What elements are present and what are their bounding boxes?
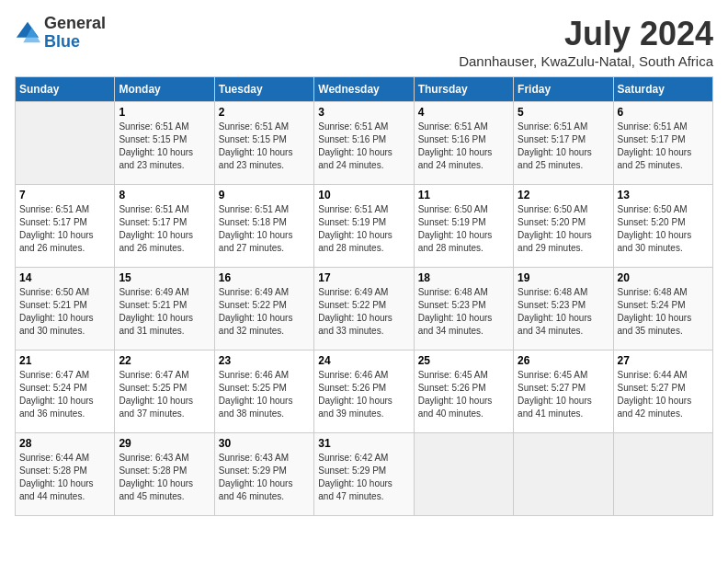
week-row-1: 1Sunrise: 6:51 AM Sunset: 5:15 PM Daylig… bbox=[16, 102, 713, 185]
day-info: Sunrise: 6:51 AM Sunset: 5:16 PM Dayligh… bbox=[318, 121, 409, 172]
page-header: General Blue July 2024 Dannhauser, KwaZu… bbox=[15, 15, 713, 69]
day-number: 7 bbox=[19, 189, 110, 201]
title-block: July 2024 Dannhauser, KwaZulu-Natal, Sou… bbox=[459, 15, 713, 69]
day-number: 30 bbox=[219, 437, 310, 450]
day-info: Sunrise: 6:42 AM Sunset: 5:29 PM Dayligh… bbox=[318, 452, 409, 503]
day-info: Sunrise: 6:51 AM Sunset: 5:16 PM Dayligh… bbox=[418, 121, 509, 172]
day-info: Sunrise: 6:51 AM Sunset: 5:17 PM Dayligh… bbox=[618, 121, 709, 172]
day-number: 15 bbox=[119, 271, 210, 284]
calendar-cell: 15Sunrise: 6:49 AM Sunset: 5:21 PM Dayli… bbox=[115, 268, 214, 350]
calendar-cell: 6Sunrise: 6:51 AM Sunset: 5:17 PM Daylig… bbox=[613, 102, 712, 185]
logo-general: General bbox=[44, 14, 106, 32]
day-info: Sunrise: 6:45 AM Sunset: 5:27 PM Dayligh… bbox=[518, 369, 609, 420]
header-sunday: Sunday bbox=[16, 77, 115, 102]
calendar-cell: 31Sunrise: 6:42 AM Sunset: 5:29 PM Dayli… bbox=[314, 433, 414, 516]
calendar-cell: 8Sunrise: 6:51 AM Sunset: 5:17 PM Daylig… bbox=[115, 185, 214, 268]
calendar-cell: 21Sunrise: 6:47 AM Sunset: 5:24 PM Dayli… bbox=[16, 350, 115, 433]
day-info: Sunrise: 6:50 AM Sunset: 5:20 PM Dayligh… bbox=[618, 203, 709, 255]
logo-text: General Blue bbox=[44, 15, 106, 52]
calendar-cell: 1Sunrise: 6:51 AM Sunset: 5:15 PM Daylig… bbox=[115, 102, 214, 185]
week-row-2: 7Sunrise: 6:51 AM Sunset: 5:17 PM Daylig… bbox=[16, 185, 713, 268]
day-info: Sunrise: 6:50 AM Sunset: 5:20 PM Dayligh… bbox=[518, 203, 609, 255]
day-number: 21 bbox=[19, 354, 110, 367]
logo: General Blue bbox=[15, 15, 106, 52]
day-info: Sunrise: 6:49 AM Sunset: 5:22 PM Dayligh… bbox=[219, 286, 310, 338]
calendar-cell: 28Sunrise: 6:44 AM Sunset: 5:28 PM Dayli… bbox=[16, 433, 115, 516]
day-number: 20 bbox=[618, 271, 709, 284]
day-number: 27 bbox=[618, 354, 709, 367]
calendar-cell: 20Sunrise: 6:48 AM Sunset: 5:24 PM Dayli… bbox=[613, 268, 712, 350]
header-thursday: Thursday bbox=[414, 77, 513, 102]
calendar-cell: 16Sunrise: 6:49 AM Sunset: 5:22 PM Dayli… bbox=[214, 268, 313, 350]
logo-blue: Blue bbox=[44, 32, 80, 51]
calendar-cell: 23Sunrise: 6:46 AM Sunset: 5:25 PM Dayli… bbox=[214, 350, 313, 433]
calendar-cell bbox=[613, 433, 712, 516]
day-number: 31 bbox=[318, 437, 409, 450]
week-row-4: 21Sunrise: 6:47 AM Sunset: 5:24 PM Dayli… bbox=[16, 350, 713, 433]
calendar-cell: 5Sunrise: 6:51 AM Sunset: 5:17 PM Daylig… bbox=[514, 102, 613, 185]
day-info: Sunrise: 6:43 AM Sunset: 5:29 PM Dayligh… bbox=[219, 452, 310, 503]
day-number: 19 bbox=[518, 271, 609, 284]
day-info: Sunrise: 6:46 AM Sunset: 5:26 PM Dayligh… bbox=[318, 369, 409, 420]
day-info: Sunrise: 6:44 AM Sunset: 5:28 PM Dayligh… bbox=[19, 452, 110, 503]
day-number: 16 bbox=[219, 271, 310, 284]
calendar-cell bbox=[514, 433, 613, 516]
calendar-cell: 17Sunrise: 6:49 AM Sunset: 5:22 PM Dayli… bbox=[314, 268, 414, 350]
header-monday: Monday bbox=[115, 77, 214, 102]
month-title: July 2024 bbox=[459, 15, 713, 53]
day-number: 5 bbox=[518, 106, 609, 119]
calendar-cell: 27Sunrise: 6:44 AM Sunset: 5:27 PM Dayli… bbox=[613, 350, 712, 433]
day-number: 6 bbox=[618, 106, 709, 119]
calendar-cell: 22Sunrise: 6:47 AM Sunset: 5:25 PM Dayli… bbox=[115, 350, 214, 433]
day-info: Sunrise: 6:49 AM Sunset: 5:22 PM Dayligh… bbox=[318, 286, 409, 338]
day-info: Sunrise: 6:51 AM Sunset: 5:15 PM Dayligh… bbox=[119, 121, 210, 172]
calendar-cell: 29Sunrise: 6:43 AM Sunset: 5:28 PM Dayli… bbox=[115, 433, 214, 516]
day-number: 1 bbox=[119, 106, 210, 119]
week-row-5: 28Sunrise: 6:44 AM Sunset: 5:28 PM Dayli… bbox=[16, 433, 713, 516]
calendar-cell: 12Sunrise: 6:50 AM Sunset: 5:20 PM Dayli… bbox=[514, 185, 613, 268]
calendar-cell: 13Sunrise: 6:50 AM Sunset: 5:20 PM Dayli… bbox=[613, 185, 712, 268]
day-number: 18 bbox=[418, 271, 509, 284]
calendar-cell: 26Sunrise: 6:45 AM Sunset: 5:27 PM Dayli… bbox=[514, 350, 613, 433]
header-tuesday: Tuesday bbox=[214, 77, 313, 102]
day-number: 24 bbox=[318, 354, 409, 367]
day-info: Sunrise: 6:51 AM Sunset: 5:17 PM Dayligh… bbox=[518, 121, 609, 172]
calendar-cell: 7Sunrise: 6:51 AM Sunset: 5:17 PM Daylig… bbox=[16, 185, 115, 268]
calendar-cell: 18Sunrise: 6:48 AM Sunset: 5:23 PM Dayli… bbox=[414, 268, 513, 350]
day-number: 29 bbox=[119, 437, 210, 450]
day-info: Sunrise: 6:47 AM Sunset: 5:24 PM Dayligh… bbox=[19, 369, 110, 420]
day-number: 11 bbox=[418, 189, 509, 201]
calendar-cell: 4Sunrise: 6:51 AM Sunset: 5:16 PM Daylig… bbox=[414, 102, 513, 185]
day-info: Sunrise: 6:46 AM Sunset: 5:25 PM Dayligh… bbox=[219, 369, 310, 420]
day-number: 2 bbox=[219, 106, 310, 119]
day-info: Sunrise: 6:51 AM Sunset: 5:17 PM Dayligh… bbox=[19, 203, 110, 255]
calendar-cell: 24Sunrise: 6:46 AM Sunset: 5:26 PM Dayli… bbox=[314, 350, 414, 433]
calendar-cell bbox=[414, 433, 513, 516]
calendar-cell: 30Sunrise: 6:43 AM Sunset: 5:29 PM Dayli… bbox=[214, 433, 313, 516]
day-number: 14 bbox=[19, 271, 110, 284]
day-info: Sunrise: 6:51 AM Sunset: 5:18 PM Dayligh… bbox=[219, 203, 310, 255]
week-row-3: 14Sunrise: 6:50 AM Sunset: 5:21 PM Dayli… bbox=[16, 268, 713, 350]
calendar-table: SundayMondayTuesdayWednesdayThursdayFrid… bbox=[15, 76, 713, 516]
day-number: 25 bbox=[418, 354, 509, 367]
day-number: 3 bbox=[318, 106, 409, 119]
header-friday: Friday bbox=[514, 77, 613, 102]
calendar-cell: 14Sunrise: 6:50 AM Sunset: 5:21 PM Dayli… bbox=[16, 268, 115, 350]
day-info: Sunrise: 6:49 AM Sunset: 5:21 PM Dayligh… bbox=[119, 286, 210, 338]
day-info: Sunrise: 6:48 AM Sunset: 5:23 PM Dayligh… bbox=[418, 286, 509, 338]
header-saturday: Saturday bbox=[613, 77, 712, 102]
day-number: 12 bbox=[518, 189, 609, 201]
location-subtitle: Dannhauser, KwaZulu-Natal, South Africa bbox=[459, 53, 713, 69]
calendar-cell: 10Sunrise: 6:51 AM Sunset: 5:19 PM Dayli… bbox=[314, 185, 414, 268]
day-number: 8 bbox=[119, 189, 210, 201]
day-info: Sunrise: 6:48 AM Sunset: 5:24 PM Dayligh… bbox=[618, 286, 709, 338]
day-number: 10 bbox=[318, 189, 409, 201]
day-number: 22 bbox=[119, 354, 210, 367]
day-number: 4 bbox=[418, 106, 509, 119]
day-info: Sunrise: 6:51 AM Sunset: 5:15 PM Dayligh… bbox=[219, 121, 310, 172]
header-row: SundayMondayTuesdayWednesdayThursdayFrid… bbox=[16, 77, 713, 102]
day-info: Sunrise: 6:45 AM Sunset: 5:26 PM Dayligh… bbox=[418, 369, 509, 420]
day-info: Sunrise: 6:50 AM Sunset: 5:19 PM Dayligh… bbox=[418, 203, 509, 255]
day-number: 13 bbox=[618, 189, 709, 201]
calendar-cell: 3Sunrise: 6:51 AM Sunset: 5:16 PM Daylig… bbox=[314, 102, 414, 185]
